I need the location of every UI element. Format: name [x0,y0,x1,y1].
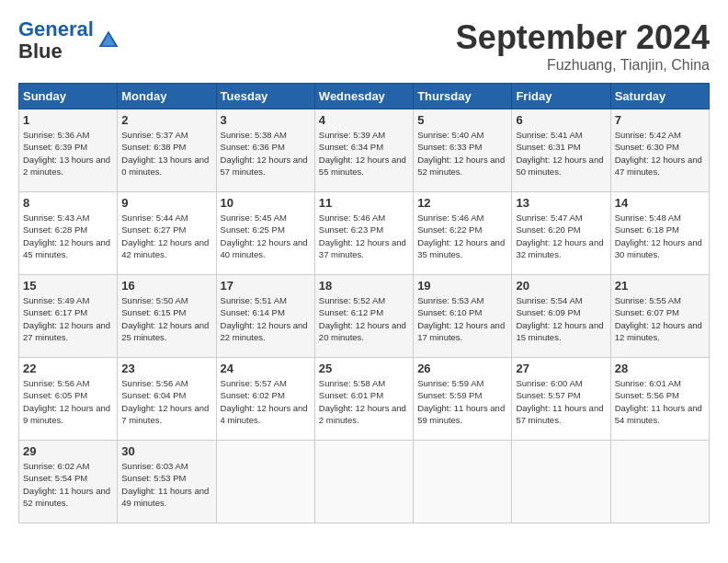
day-cell-23: 23 Sunrise: 5:56 AMSunset: 6:04 PMDaylig… [118,358,216,441]
day-cell-24: 24 Sunrise: 5:57 AMSunset: 6:02 PMDaylig… [216,358,314,441]
day-number: 16 [121,279,211,293]
day-cell-12: 12 Sunrise: 5:46 AMSunset: 6:22 PMDaylig… [414,192,512,275]
header-friday: Friday [512,84,610,109]
day-cell-6: 6 Sunrise: 5:41 AMSunset: 6:31 PMDayligh… [512,109,610,192]
day-cell-3: 3 Sunrise: 5:38 AMSunset: 6:36 PMDayligh… [216,109,314,192]
day-number: 15 [23,279,113,293]
day-number: 18 [319,279,409,293]
day-number: 4 [319,113,409,127]
logo-icon [96,28,121,53]
day-info: Sunrise: 5:36 AMSunset: 6:39 PMDaylight:… [23,129,113,178]
header-wednesday: Wednesday [314,84,413,109]
day-number: 5 [417,113,507,127]
day-cell-20: 20 Sunrise: 5:54 AMSunset: 6:09 PMDaylig… [512,275,610,358]
week-row-3: 15 Sunrise: 5:49 AMSunset: 6:17 PMDaylig… [19,275,710,358]
week-row-4: 22 Sunrise: 5:56 AMSunset: 6:05 PMDaylig… [19,358,710,441]
day-info: Sunrise: 5:51 AMSunset: 6:14 PMDaylight:… [221,294,311,343]
day-number: 11 [319,196,409,210]
day-cell-29: 29 Sunrise: 6:02 AMSunset: 5:54 PMDaylig… [19,441,118,523]
week-row-1: 1 Sunrise: 5:36 AMSunset: 6:39 PMDayligh… [19,109,710,192]
day-number: 28 [615,362,705,375]
empty-cell [216,441,314,523]
day-cell-21: 21 Sunrise: 5:55 AMSunset: 6:07 PMDaylig… [610,275,709,358]
day-number: 7 [615,113,705,127]
day-number: 24 [221,362,311,375]
day-info: Sunrise: 5:45 AMSunset: 6:25 PMDaylight:… [221,212,311,260]
day-info: Sunrise: 5:56 AMSunset: 6:05 PMDaylight:… [23,377,113,426]
day-number: 22 [23,362,113,375]
day-cell-22: 22 Sunrise: 5:56 AMSunset: 6:05 PMDaylig… [19,358,118,441]
day-cell-14: 14 Sunrise: 5:48 AMSunset: 6:18 PMDaylig… [610,192,709,275]
day-info: Sunrise: 5:52 AMSunset: 6:12 PMDaylight:… [319,294,409,343]
day-cell-18: 18 Sunrise: 5:52 AMSunset: 6:12 PMDaylig… [314,275,413,358]
header-tuesday: Tuesday [216,84,314,109]
day-cell-1: 1 Sunrise: 5:36 AMSunset: 6:39 PMDayligh… [19,109,118,192]
day-cell-30: 30 Sunrise: 6:03 AMSunset: 5:53 PMDaylig… [118,441,216,523]
day-info: Sunrise: 5:39 AMSunset: 6:34 PMDaylight:… [319,129,409,178]
day-number: 27 [516,362,606,375]
day-cell-25: 25 Sunrise: 5:58 AMSunset: 6:01 PMDaylig… [314,358,413,441]
header-thursday: Thursday [414,84,512,109]
day-info: Sunrise: 5:49 AMSunset: 6:17 PMDaylight:… [23,294,113,343]
day-info: Sunrise: 5:42 AMSunset: 6:30 PMDaylight:… [615,129,705,178]
day-number: 8 [23,196,113,210]
day-number: 2 [121,113,211,127]
day-info: Sunrise: 5:46 AMSunset: 6:23 PMDaylight:… [319,212,409,260]
day-info: Sunrise: 5:48 AMSunset: 6:18 PMDaylight:… [615,212,705,260]
day-number: 26 [417,362,507,375]
day-number: 10 [221,196,311,210]
day-cell-10: 10 Sunrise: 5:45 AMSunset: 6:25 PMDaylig… [216,192,314,275]
day-cell-13: 13 Sunrise: 5:47 AMSunset: 6:20 PMDaylig… [512,192,610,275]
day-number: 20 [516,279,606,293]
weekday-header-row: Sunday Monday Tuesday Wednesday Thursday… [19,84,710,109]
day-info: Sunrise: 5:54 AMSunset: 6:09 PMDaylight:… [516,294,606,343]
day-info: Sunrise: 5:38 AMSunset: 6:36 PMDaylight:… [221,129,311,178]
day-number: 14 [615,196,705,210]
day-cell-15: 15 Sunrise: 5:49 AMSunset: 6:17 PMDaylig… [19,275,118,358]
day-info: Sunrise: 5:57 AMSunset: 6:02 PMDaylight:… [221,377,311,426]
day-info: Sunrise: 6:02 AMSunset: 5:54 PMDaylight:… [23,460,113,509]
day-info: Sunrise: 5:44 AMSunset: 6:27 PMDaylight:… [121,212,211,260]
day-info: Sunrise: 5:50 AMSunset: 6:15 PMDaylight:… [121,294,211,343]
day-cell-7: 7 Sunrise: 5:42 AMSunset: 6:30 PMDayligh… [610,109,709,192]
day-cell-9: 9 Sunrise: 5:44 AMSunset: 6:27 PMDayligh… [118,192,216,275]
month-title: September 2024 [456,18,710,57]
day-info: Sunrise: 6:01 AMSunset: 5:56 PMDaylight:… [615,377,705,426]
day-number: 30 [121,444,211,458]
day-cell-17: 17 Sunrise: 5:51 AMSunset: 6:14 PMDaylig… [216,275,314,358]
day-number: 21 [615,279,705,293]
empty-cell [610,441,709,523]
empty-cell [512,441,610,523]
day-number: 6 [516,113,606,127]
day-number: 23 [121,362,211,375]
week-row-2: 8 Sunrise: 5:43 AMSunset: 6:28 PMDayligh… [19,192,710,275]
calendar-table: Sunday Monday Tuesday Wednesday Thursday… [18,83,710,523]
day-info: Sunrise: 6:00 AMSunset: 5:57 PMDaylight:… [516,377,606,426]
day-info: Sunrise: 5:56 AMSunset: 6:04 PMDaylight:… [121,377,211,426]
header-saturday: Saturday [610,84,709,109]
week-row-5: 29 Sunrise: 6:02 AMSunset: 5:54 PMDaylig… [19,441,710,523]
day-info: Sunrise: 5:46 AMSunset: 6:22 PMDaylight:… [417,212,507,260]
day-number: 3 [221,113,311,127]
day-number: 17 [221,279,311,293]
day-cell-19: 19 Sunrise: 5:53 AMSunset: 6:10 PMDaylig… [414,275,512,358]
day-cell-5: 5 Sunrise: 5:40 AMSunset: 6:33 PMDayligh… [414,109,512,192]
day-info: Sunrise: 5:37 AMSunset: 6:38 PMDaylight:… [121,129,211,178]
empty-cell [314,441,413,523]
title-block: September 2024 Fuzhuang, Tianjin, China [456,18,710,74]
day-info: Sunrise: 5:55 AMSunset: 6:07 PMDaylight:… [615,294,705,343]
day-info: Sunrise: 5:58 AMSunset: 6:01 PMDaylight:… [319,377,409,426]
day-info: Sunrise: 5:47 AMSunset: 6:20 PMDaylight:… [516,212,606,260]
day-info: Sunrise: 6:03 AMSunset: 5:53 PMDaylight:… [121,460,211,509]
day-number: 25 [319,362,409,375]
day-number: 19 [417,279,507,293]
day-info: Sunrise: 5:43 AMSunset: 6:28 PMDaylight:… [23,212,113,260]
day-cell-26: 26 Sunrise: 5:59 AMSunset: 5:59 PMDaylig… [414,358,512,441]
empty-cell [414,441,512,523]
day-cell-2: 2 Sunrise: 5:37 AMSunset: 6:38 PMDayligh… [118,109,216,192]
day-cell-11: 11 Sunrise: 5:46 AMSunset: 6:23 PMDaylig… [314,192,413,275]
header-monday: Monday [118,84,216,109]
location: Fuzhuang, Tianjin, China [456,57,710,74]
page-header: GeneralBlue September 2024 Fuzhuang, Tia… [18,18,710,74]
day-number: 13 [516,196,606,210]
